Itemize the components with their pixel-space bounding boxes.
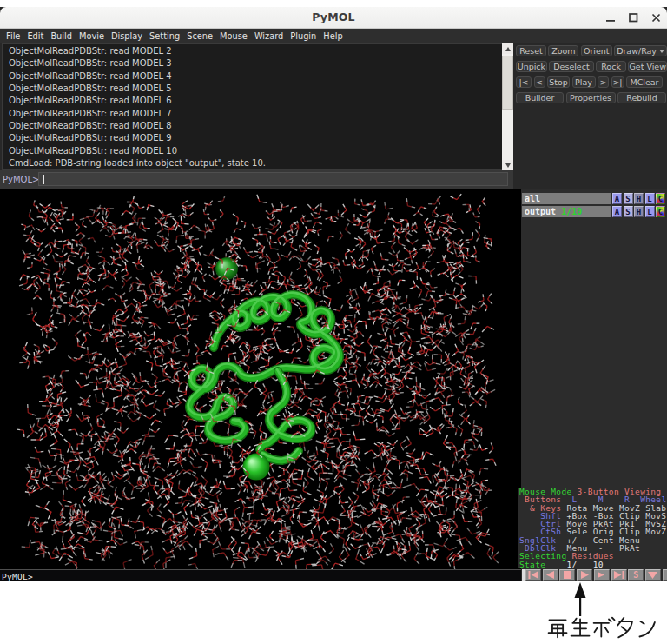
command-input[interactable] <box>38 172 508 186</box>
reset-button[interactable]: Reset <box>516 45 546 56</box>
button-label: Stop <box>549 77 568 87</box>
object-row-all: allASHLC <box>522 193 667 204</box>
object-l-button[interactable]: L <box>645 193 655 204</box>
play-button[interactable]: Play <box>572 76 596 88</box>
viewport-3d[interactable]: PyMOL>_ <box>0 189 521 581</box>
playback-play-button[interactable] <box>577 569 592 581</box>
object-c-button[interactable]: C <box>656 206 665 217</box>
mouse-panel-segment: 1/ 10 <box>545 560 604 568</box>
step-forward-icon <box>598 571 605 579</box>
console-line: ObjectMolReadPDBStr: read MODEL 10 <box>9 145 502 157</box>
button-label: Builder <box>525 93 555 103</box>
menu-item-build[interactable]: Build <box>47 29 76 43</box>
step-back-icon <box>546 571 554 579</box>
button-label: Rebuild <box>626 93 657 103</box>
console-line: ObjectMolReadPDBStr: read MODEL 9 <box>9 132 502 144</box>
dropdown-arrow-icon <box>659 50 664 53</box>
-button[interactable]: |< <box>516 76 532 88</box>
playback-letter: S <box>633 570 638 580</box>
object-l-button[interactable]: L <box>645 206 655 217</box>
object-name-text: output <box>525 207 556 216</box>
menu-item-display[interactable]: Display <box>108 29 146 43</box>
button-label: > <box>600 77 607 87</box>
molecule-canvas[interactable] <box>0 189 521 569</box>
button-label: |< <box>518 77 528 87</box>
control-row: ResetZoomOrientDraw/Ray <box>513 45 667 56</box>
menu-item-setting[interactable]: Setting <box>146 29 183 43</box>
menu-item-file[interactable]: File <box>3 29 23 43</box>
minimize-icon <box>606 13 616 23</box>
-button[interactable]: > <box>598 76 609 88</box>
builder-button[interactable]: Builder <box>516 92 564 103</box>
console-scrollbar[interactable] <box>502 43 513 170</box>
orient-button[interactable]: Orient <box>581 45 612 56</box>
object-c-button[interactable]: C <box>656 193 665 204</box>
object-name[interactable]: output 1/10 <box>522 206 611 217</box>
object-name[interactable]: all <box>522 193 611 204</box>
button-label: Reset <box>519 46 543 56</box>
command-prompt-label: PyMOL> <box>3 175 39 184</box>
unpick-button[interactable]: Unpick <box>516 61 547 72</box>
menu-item-scene[interactable]: Scene <box>183 29 216 43</box>
getview-button[interactable]: Get View <box>628 61 667 72</box>
button-label: Get View <box>629 62 666 71</box>
console-line: ObjectMolReadPDBStr: read MODEL 5 <box>9 83 502 95</box>
zoom-button[interactable]: Zoom <box>548 45 578 56</box>
window-title: PyMOL <box>0 10 667 23</box>
drawray-button[interactable]: Draw/Ray <box>614 45 667 56</box>
control-row: UnpickDeselectRockGet View <box>513 61 667 72</box>
scrollbar-thumb[interactable] <box>502 56 513 110</box>
playback-down-button[interactable] <box>645 569 661 581</box>
playback-skip-end-button[interactable] <box>611 569 627 581</box>
object-a-button[interactable]: A <box>612 193 622 204</box>
control-row: BuilderPropertiesRebuild <box>513 92 667 103</box>
menu-item-plugin[interactable]: Plugin <box>287 29 320 43</box>
skip-end-icon <box>614 571 624 579</box>
pymol-window: PyMOL FileEditBuildMovieDisplaySettingSc… <box>0 7 667 581</box>
object-s-button[interactable]: S <box>624 206 633 217</box>
playback-step-forward-button[interactable] <box>594 569 610 581</box>
minimize-button[interactable] <box>601 7 620 29</box>
rebuild-button[interactable]: Rebuild <box>617 92 666 103</box>
playback-step-back-button[interactable] <box>543 569 558 581</box>
object-name-text: all <box>525 194 540 203</box>
menu-item-wizard[interactable]: Wizard <box>251 29 287 43</box>
playback-s-button[interactable]: S <box>628 569 644 581</box>
properties-button[interactable]: Properties <box>566 92 616 103</box>
scroll-down-button[interactable] <box>502 160 513 170</box>
viewport-prompt: PyMOL>_ <box>2 572 38 581</box>
console-output[interactable]: ObjectMolReadPDBStr: read MODEL 2ObjectM… <box>2 43 502 170</box>
playback-skip-start-button[interactable] <box>525 569 541 581</box>
scroll-down-icon <box>505 163 511 168</box>
control-panel: ResetZoomOrientDraw/RayUnpickDeselectRoc… <box>513 43 667 196</box>
console-line: CmdLoad: PDB-string loaded into object "… <box>9 157 502 169</box>
-button[interactable]: < <box>534 76 545 88</box>
button-label: >| <box>612 77 622 87</box>
stop-button[interactable]: Stop <box>547 76 570 88</box>
rock-button[interactable]: Rock <box>596 61 626 72</box>
menu-item-movie[interactable]: Movie <box>76 29 108 43</box>
close-icon <box>651 13 661 23</box>
console-line: ObjectMolReadPDBStr: read MODEL 2 <box>9 45 502 57</box>
menu-item-help[interactable]: Help <box>320 29 346 43</box>
object-s-button[interactable]: S <box>624 193 633 204</box>
object-h-button[interactable]: H <box>634 193 644 204</box>
playback-f-button[interactable]: F <box>663 569 667 581</box>
skip-start-icon <box>528 571 538 579</box>
stop-icon <box>564 571 571 579</box>
playback-stop-button[interactable] <box>559 569 575 581</box>
close-button[interactable] <box>646 7 665 29</box>
object-action-buttons: ASHLC <box>612 206 665 217</box>
-button[interactable]: >| <box>611 76 624 88</box>
object-a-button[interactable]: A <box>612 206 622 217</box>
object-h-button[interactable]: H <box>634 206 644 217</box>
maximize-button[interactable] <box>624 7 643 29</box>
button-label: < <box>536 77 543 87</box>
playback-divider <box>522 569 525 581</box>
deselect-button[interactable]: Deselect <box>549 61 593 72</box>
menu-item-mouse[interactable]: Mouse <box>216 29 251 43</box>
mclear-button[interactable]: MClear <box>626 76 663 88</box>
scroll-up-button[interactable] <box>502 43 513 54</box>
playback-bar: SF <box>521 569 667 581</box>
menu-item-edit[interactable]: Edit <box>23 29 47 43</box>
